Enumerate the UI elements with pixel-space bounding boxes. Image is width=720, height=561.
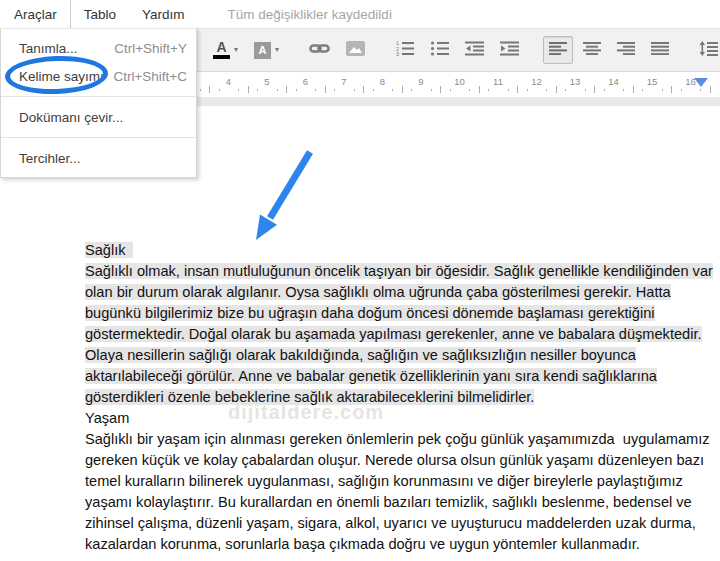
text-color-button[interactable]: A ▾ bbox=[207, 36, 244, 64]
google-docs-window: Araçlar Tablo Yardım Tüm değişiklikler k… bbox=[0, 0, 720, 561]
ruler-tick bbox=[248, 86, 249, 93]
ruler-number: 14 bbox=[607, 76, 621, 87]
ruler-tick bbox=[440, 86, 441, 93]
chevron-down-icon: ▾ bbox=[234, 46, 238, 54]
text-line: Sağlık bbox=[85, 240, 713, 261]
menu-item-translate-document[interactable]: Dokümanı çevir... bbox=[1, 103, 196, 131]
line-spacing-icon bbox=[699, 41, 718, 60]
align-center-button[interactable] bbox=[577, 36, 607, 64]
ruler-tick bbox=[662, 89, 663, 91]
highlight-color-button[interactable]: A ▾ bbox=[248, 37, 285, 64]
menu-item-label: Kelime sayımı bbox=[19, 69, 104, 84]
ruler-tick bbox=[315, 89, 316, 91]
ruler-tick bbox=[354, 89, 355, 91]
align-left-icon bbox=[549, 41, 567, 59]
text-line: gereken küçük ve kolay çabalardan oluşur… bbox=[85, 450, 713, 471]
increase-indent-button[interactable] bbox=[494, 36, 525, 65]
ruler-tick bbox=[296, 89, 297, 91]
ruler-tick bbox=[325, 86, 326, 93]
menu-separator bbox=[1, 96, 196, 97]
text-line: Yaşam bbox=[85, 408, 713, 429]
menu-bar: Araçlar Tablo Yardım Tüm değişiklikler k… bbox=[0, 0, 720, 28]
ruler-tick bbox=[594, 86, 595, 93]
menu-item-label: Dokümanı çevir... bbox=[19, 110, 123, 125]
text-line: yaşamı kolaylaştırır. Bu kurallardan en … bbox=[85, 492, 713, 513]
ruler-number: 7 bbox=[337, 76, 351, 87]
text-line: Olaya nesillerin sağlığı olarak bakıldığ… bbox=[85, 345, 713, 366]
ruler-tick bbox=[623, 89, 624, 91]
ruler-tick bbox=[373, 89, 374, 91]
decrease-indent-button[interactable] bbox=[459, 36, 490, 65]
svg-text:3: 3 bbox=[396, 51, 399, 56]
menu-item-label: Tanımla... bbox=[19, 41, 78, 56]
ruler-tick bbox=[642, 89, 643, 91]
decrease-indent-icon bbox=[465, 41, 484, 60]
highlight-color-icon: A bbox=[254, 42, 271, 59]
ruler-tick bbox=[209, 86, 210, 93]
ruler-tick bbox=[546, 89, 547, 91]
ruler-tick bbox=[257, 89, 258, 91]
numbered-list-icon: 1 2 3 bbox=[395, 41, 414, 60]
ruler-tick bbox=[363, 86, 364, 93]
insert-link-button[interactable] bbox=[303, 36, 336, 65]
menu-item-shortcut: Ctrl+Shift+Y bbox=[114, 41, 187, 56]
ruler-number: 6 bbox=[299, 76, 313, 87]
ruler-tick bbox=[286, 86, 287, 93]
text-line: Sağlıklı olmak, insan mutluluğunun öncel… bbox=[85, 261, 713, 282]
text-line: gösterdikleri özenle bebeklerine sağlık … bbox=[85, 387, 713, 408]
ruler-tick bbox=[700, 89, 701, 91]
align-right-button[interactable] bbox=[611, 36, 641, 64]
bulleted-list-button[interactable] bbox=[424, 36, 455, 65]
ruler-tick bbox=[585, 89, 586, 91]
ruler-tick bbox=[402, 86, 403, 93]
text-color-icon: A bbox=[213, 41, 230, 59]
text-line: kazalardan korunma, sorunlarla başa çıkm… bbox=[85, 534, 713, 555]
ruler-number: 9 bbox=[414, 76, 428, 87]
line-spacing-button[interactable]: ▾ bbox=[693, 36, 720, 65]
menu-tools[interactable]: Araçlar bbox=[0, 0, 71, 28]
link-icon bbox=[309, 41, 330, 60]
menu-separator bbox=[1, 137, 196, 138]
ruler-number: 11 bbox=[491, 76, 505, 87]
ruler-tick bbox=[479, 86, 480, 93]
ruler-number: 15 bbox=[645, 76, 659, 87]
align-right-icon bbox=[617, 41, 635, 59]
ruler-number: 5 bbox=[260, 76, 274, 87]
ruler-tick bbox=[710, 86, 711, 93]
ruler-tick bbox=[238, 89, 239, 91]
ruler-tick bbox=[334, 89, 335, 91]
menu-item-label: Tercihler... bbox=[19, 151, 81, 166]
image-icon bbox=[346, 41, 365, 60]
ruler-tick bbox=[556, 86, 557, 93]
menu-item-preferences[interactable]: Tercihler... bbox=[1, 144, 196, 172]
ruler-number: 12 bbox=[530, 76, 544, 87]
ruler-tick bbox=[527, 89, 528, 91]
text-line: zihinsel çalışma, düzenli yaşam, sigara,… bbox=[85, 513, 713, 534]
ruler-number: 13 bbox=[568, 76, 582, 87]
align-left-button[interactable] bbox=[543, 36, 573, 64]
ruler-tick bbox=[411, 89, 412, 91]
menu-item-define[interactable]: Tanımla... Ctrl+Shift+Y bbox=[1, 34, 196, 62]
menu-help[interactable]: Yardım bbox=[129, 0, 198, 28]
numbered-list-button[interactable]: 1 2 3 bbox=[389, 36, 420, 65]
align-center-icon bbox=[583, 41, 601, 59]
ruler-number: 10 bbox=[453, 76, 467, 87]
ruler-tick bbox=[633, 86, 634, 93]
ruler-tick bbox=[392, 89, 393, 91]
text-line: bugünkü bilgilerimiz bize bu uğraşın dah… bbox=[85, 303, 713, 324]
insert-image-button[interactable] bbox=[340, 36, 371, 65]
ruler-tick bbox=[671, 86, 672, 93]
justify-button[interactable] bbox=[645, 36, 675, 64]
justify-icon bbox=[651, 41, 669, 59]
right-indent-marker[interactable] bbox=[694, 78, 708, 87]
text-line: aktarılabileceği görülür. Anne ve babala… bbox=[85, 366, 713, 387]
menu-table[interactable]: Tablo bbox=[71, 0, 129, 28]
ruler-tick bbox=[508, 89, 509, 91]
ruler-tick bbox=[219, 89, 220, 91]
text-line: temel kuralların bilinerek uygulanması, … bbox=[85, 471, 713, 492]
text-line: göstermektedir. Doğal olarak bu aşamada … bbox=[85, 324, 713, 345]
ruler-tick bbox=[277, 89, 278, 91]
menu-item-word-count[interactable]: Kelime sayımı Ctrl+Shift+C bbox=[1, 62, 196, 90]
chevron-down-icon: ▾ bbox=[275, 46, 279, 54]
ruler-tick bbox=[681, 89, 682, 91]
